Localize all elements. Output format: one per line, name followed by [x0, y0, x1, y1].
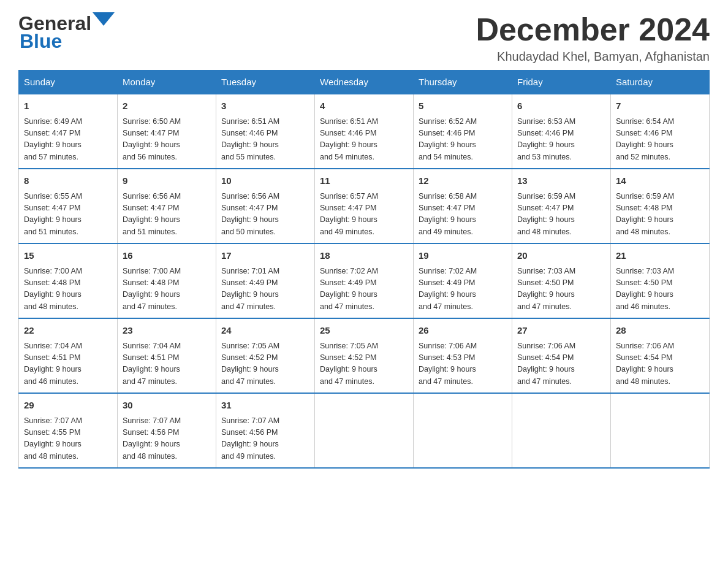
day-info: Sunrise: 7:02 AM Sunset: 4:49 PM Dayligh… — [419, 266, 507, 313]
title-section: December 2024 Khudaydad Khel, Bamyan, Af… — [476, 12, 710, 64]
calendar-cell — [414, 393, 512, 468]
day-info: Sunrise: 7:00 AM Sunset: 4:48 PM Dayligh… — [123, 266, 211, 313]
weekday-header-friday: Friday — [512, 71, 611, 94]
calendar-cell: 14 Sunrise: 6:59 AM Sunset: 4:48 PM Dayl… — [611, 169, 710, 243]
calendar-cell: 4 Sunrise: 6:51 AM Sunset: 4:46 PM Dayli… — [315, 94, 414, 169]
weekday-header-saturday: Saturday — [611, 71, 710, 94]
day-info: Sunrise: 7:03 AM Sunset: 4:50 PM Dayligh… — [616, 266, 704, 313]
calendar-cell: 10 Sunrise: 6:56 AM Sunset: 4:47 PM Dayl… — [216, 169, 315, 243]
calendar-cell: 25 Sunrise: 7:05 AM Sunset: 4:52 PM Dayl… — [315, 318, 414, 393]
calendar-cell: 21 Sunrise: 7:03 AM Sunset: 4:50 PM Dayl… — [611, 243, 710, 318]
calendar-cell: 18 Sunrise: 7:02 AM Sunset: 4:49 PM Dayl… — [315, 243, 414, 318]
calendar-table: SundayMondayTuesdayWednesdayThursdayFrid… — [18, 70, 710, 469]
calendar-cell: 28 Sunrise: 7:06 AM Sunset: 4:54 PM Dayl… — [611, 318, 710, 393]
day-info: Sunrise: 6:56 AM Sunset: 4:47 PM Dayligh… — [221, 191, 309, 239]
calendar-cell: 27 Sunrise: 7:06 AM Sunset: 4:54 PM Dayl… — [512, 318, 611, 393]
day-number: 30 — [123, 399, 211, 413]
calendar-cell: 13 Sunrise: 6:59 AM Sunset: 4:47 PM Dayl… — [512, 169, 611, 243]
day-number: 21 — [616, 249, 704, 263]
day-info: Sunrise: 7:06 AM Sunset: 4:54 PM Dayligh… — [517, 340, 605, 388]
calendar-cell: 23 Sunrise: 7:04 AM Sunset: 4:51 PM Dayl… — [118, 318, 216, 393]
calendar-cell: 9 Sunrise: 6:56 AM Sunset: 4:47 PM Dayli… — [118, 169, 216, 243]
svg-marker-0 — [93, 12, 115, 26]
day-info: Sunrise: 7:05 AM Sunset: 4:52 PM Dayligh… — [320, 340, 408, 388]
day-info: Sunrise: 7:04 AM Sunset: 4:51 PM Dayligh… — [24, 340, 112, 388]
day-info: Sunrise: 6:50 AM Sunset: 4:47 PM Dayligh… — [123, 116, 211, 164]
weekday-header-sunday: Sunday — [19, 71, 118, 94]
day-number: 19 — [419, 249, 507, 263]
day-info: Sunrise: 6:59 AM Sunset: 4:47 PM Dayligh… — [517, 191, 605, 239]
logo: General Blue — [18, 12, 115, 53]
calendar-cell: 20 Sunrise: 7:03 AM Sunset: 4:50 PM Dayl… — [512, 243, 611, 318]
day-number: 14 — [616, 174, 704, 188]
day-number: 16 — [123, 249, 211, 263]
calendar-cell — [315, 393, 414, 468]
day-number: 31 — [221, 399, 309, 413]
day-number: 11 — [320, 174, 408, 188]
calendar-week-row: 29 Sunrise: 7:07 AM Sunset: 4:55 PM Dayl… — [19, 393, 710, 468]
calendar-cell: 24 Sunrise: 7:05 AM Sunset: 4:52 PM Dayl… — [216, 318, 315, 393]
weekday-header-monday: Monday — [118, 71, 216, 94]
day-info: Sunrise: 6:58 AM Sunset: 4:47 PM Dayligh… — [419, 191, 507, 239]
day-number: 2 — [123, 99, 211, 113]
day-info: Sunrise: 7:04 AM Sunset: 4:51 PM Dayligh… — [123, 340, 211, 388]
day-number: 3 — [221, 99, 309, 113]
calendar-cell: 17 Sunrise: 7:01 AM Sunset: 4:49 PM Dayl… — [216, 243, 315, 318]
calendar-week-row: 15 Sunrise: 7:00 AM Sunset: 4:48 PM Dayl… — [19, 243, 710, 318]
day-number: 23 — [123, 324, 211, 338]
day-info: Sunrise: 6:51 AM Sunset: 4:46 PM Dayligh… — [221, 116, 309, 164]
calendar-cell: 19 Sunrise: 7:02 AM Sunset: 4:49 PM Dayl… — [414, 243, 512, 318]
day-info: Sunrise: 7:03 AM Sunset: 4:50 PM Dayligh… — [517, 266, 605, 313]
day-number: 25 — [320, 324, 408, 338]
weekday-header-thursday: Thursday — [414, 71, 512, 94]
logo-arrow-icon — [93, 12, 115, 32]
day-number: 6 — [517, 99, 605, 113]
calendar-week-row: 1 Sunrise: 6:49 AM Sunset: 4:47 PM Dayli… — [19, 94, 710, 169]
calendar-cell: 31 Sunrise: 7:07 AM Sunset: 4:56 PM Dayl… — [216, 393, 315, 468]
day-number: 28 — [616, 324, 704, 338]
calendar-cell: 12 Sunrise: 6:58 AM Sunset: 4:47 PM Dayl… — [414, 169, 512, 243]
calendar-cell: 7 Sunrise: 6:54 AM Sunset: 4:46 PM Dayli… — [611, 94, 710, 169]
day-number: 4 — [320, 99, 408, 113]
weekday-header-wednesday: Wednesday — [315, 71, 414, 94]
calendar-cell: 16 Sunrise: 7:00 AM Sunset: 4:48 PM Dayl… — [118, 243, 216, 318]
calendar-cell: 26 Sunrise: 7:06 AM Sunset: 4:53 PM Dayl… — [414, 318, 512, 393]
day-number: 5 — [419, 99, 507, 113]
calendar-cell: 15 Sunrise: 7:00 AM Sunset: 4:48 PM Dayl… — [19, 243, 118, 318]
day-number: 15 — [24, 249, 112, 263]
day-number: 12 — [419, 174, 507, 188]
calendar-cell — [611, 393, 710, 468]
day-info: Sunrise: 6:56 AM Sunset: 4:47 PM Dayligh… — [123, 191, 211, 239]
calendar-week-row: 22 Sunrise: 7:04 AM Sunset: 4:51 PM Dayl… — [19, 318, 710, 393]
day-info: Sunrise: 6:49 AM Sunset: 4:47 PM Dayligh… — [24, 116, 112, 164]
day-info: Sunrise: 6:51 AM Sunset: 4:46 PM Dayligh… — [320, 116, 408, 164]
day-info: Sunrise: 6:57 AM Sunset: 4:47 PM Dayligh… — [320, 191, 408, 239]
day-info: Sunrise: 6:55 AM Sunset: 4:47 PM Dayligh… — [24, 191, 112, 239]
day-number: 24 — [221, 324, 309, 338]
day-number: 8 — [24, 174, 112, 188]
day-number: 18 — [320, 249, 408, 263]
day-number: 29 — [24, 399, 112, 413]
day-number: 13 — [517, 174, 605, 188]
day-info: Sunrise: 7:06 AM Sunset: 4:54 PM Dayligh… — [616, 340, 704, 388]
day-info: Sunrise: 6:53 AM Sunset: 4:46 PM Dayligh… — [517, 116, 605, 164]
calendar-cell: 5 Sunrise: 6:52 AM Sunset: 4:46 PM Dayli… — [414, 94, 512, 169]
day-number: 1 — [24, 99, 112, 113]
calendar-cell — [512, 393, 611, 468]
day-number: 10 — [221, 174, 309, 188]
day-info: Sunrise: 6:59 AM Sunset: 4:48 PM Dayligh… — [616, 191, 704, 239]
weekday-header-tuesday: Tuesday — [216, 71, 315, 94]
day-info: Sunrise: 7:02 AM Sunset: 4:49 PM Dayligh… — [320, 266, 408, 313]
location-subtitle: Khudaydad Khel, Bamyan, Afghanistan — [476, 50, 710, 64]
day-number: 9 — [123, 174, 211, 188]
day-number: 17 — [221, 249, 309, 263]
calendar-cell: 1 Sunrise: 6:49 AM Sunset: 4:47 PM Dayli… — [19, 94, 118, 169]
calendar-cell: 6 Sunrise: 6:53 AM Sunset: 4:46 PM Dayli… — [512, 94, 611, 169]
day-info: Sunrise: 7:07 AM Sunset: 4:56 PM Dayligh… — [221, 415, 309, 463]
calendar-cell: 3 Sunrise: 6:51 AM Sunset: 4:46 PM Dayli… — [216, 94, 315, 169]
day-number: 20 — [517, 249, 605, 263]
day-info: Sunrise: 7:07 AM Sunset: 4:55 PM Dayligh… — [24, 415, 112, 463]
calendar-cell: 2 Sunrise: 6:50 AM Sunset: 4:47 PM Dayli… — [118, 94, 216, 169]
day-number: 7 — [616, 99, 704, 113]
calendar-cell: 8 Sunrise: 6:55 AM Sunset: 4:47 PM Dayli… — [19, 169, 118, 243]
